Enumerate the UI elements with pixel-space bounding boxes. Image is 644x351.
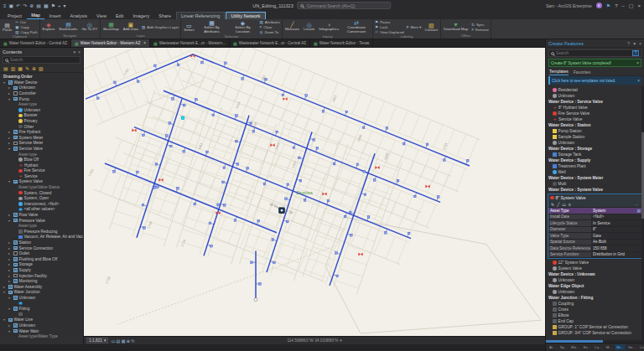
command-search[interactable]: Command Search (Alt+Q): [298, 2, 392, 9]
tree-row-water-device[interactable]: ▾✓Water Device: [2, 80, 83, 85]
list-by-drawing-order-icon[interactable]: ▤: [3, 66, 8, 71]
lock-button[interactable]: ⚑Lock: [375, 25, 404, 29]
template-storage-tank[interactable]: Storage Tank: [546, 152, 644, 157]
list-by-editing-icon[interactable]: ✎: [25, 66, 29, 71]
expander-icon[interactable]: ▾: [8, 179, 12, 183]
tree-row-service-connection[interactable]: ▸✓Service Connection: [2, 245, 83, 251]
tree-row-unknown[interactable]: ▸✓Unknown: [2, 85, 83, 91]
cut-button[interactable]: ✂Cut: [15, 20, 37, 24]
flag-icon[interactable]: ⚑: [51, 3, 55, 8]
ribbon-tab-analysis[interactable]: Analysis: [66, 13, 91, 19]
expander-icon[interactable]: ▸: [8, 268, 12, 272]
tree-row-booster[interactable]: Booster: [2, 113, 83, 119]
pin-icon[interactable]: ▼: [632, 41, 636, 46]
tree-row-symbol[interactable]: [2, 301, 83, 307]
layer-checkbox[interactable]: ✓: [13, 97, 18, 101]
expander-icon[interactable]: ▸: [3, 285, 7, 289]
layer-checkbox[interactable]: ✓: [13, 329, 18, 333]
attribute-row-data-source-reference[interactable]: Data Source Reference150 658: [548, 245, 641, 252]
view-tab-water-network-editor-central-az[interactable]: ▦Water Network Editor - Central AZ: [0, 39, 71, 47]
layer-checkbox[interactable]: ✓: [13, 219, 18, 223]
ribbon-tab-insert[interactable]: Insert: [45, 13, 65, 19]
expander-icon[interactable]: ▸: [8, 130, 12, 134]
infographics-button[interactable]: ◑Infographics: [318, 20, 340, 34]
tree-row-symbol[interactable]: [2, 312, 83, 317]
template-residential[interactable]: Residential: [546, 87, 644, 93]
dock-tab-4[interactable]: La...: [593, 344, 603, 350]
ribbon-tab-edit[interactable]: Edit: [112, 13, 127, 19]
download-map-button[interactable]: ▼Download Map: [443, 20, 469, 34]
close-tab-icon[interactable]: ×: [143, 41, 146, 45]
template-elbow[interactable]: Elbow: [546, 312, 644, 318]
dismiss-icon[interactable]: ×: [637, 79, 640, 83]
add-graphics-layer-button[interactable]: ▨Add Graphics Layer: [142, 25, 179, 29]
dismiss-icon[interactable]: ×: [636, 61, 639, 65]
contents-search-input[interactable]: [10, 58, 78, 62]
tree-row-station[interactable]: ▸✓Station: [2, 240, 83, 245]
template-8-hydrant-valve[interactable]: +8" Hydrant Valve: [546, 105, 644, 111]
help-button[interactable]: ?: [615, 3, 617, 8]
map-icon[interactable]: ▦: [44, 3, 49, 8]
dock-tab-1[interactable]: Sy...: [558, 344, 569, 350]
template-group-water-device-system-valve[interactable]: Water Device : System Valve: [546, 187, 644, 193]
list-by-selection-icon[interactable]: ▦: [18, 66, 23, 71]
add-layer-icon[interactable]: ⊕: [29, 3, 34, 8]
rectangle-tool-icon[interactable]: ▭: [562, 202, 566, 207]
explore-button[interactable]: ◈Explore: [42, 20, 56, 34]
pane-menu-icon[interactable]: ▾: [74, 49, 76, 54]
template-group-water-device-unknown[interactable]: Water Device : Unknown: [546, 271, 644, 277]
refresh-icon[interactable]: ↻: [131, 338, 134, 343]
more-tools-icon[interactable]: ≡: [569, 202, 571, 207]
layer-checkbox[interactable]: ✓: [13, 180, 18, 184]
layer-checkbox[interactable]: ✓: [13, 257, 18, 261]
new-item-icon[interactable]: +: [58, 3, 61, 8]
tab-favorites[interactable]: Favorites: [574, 70, 591, 75]
tree-row-service-meter[interactable]: ▸Service Meter: [2, 141, 83, 147]
expander-icon[interactable]: ▸: [8, 279, 12, 283]
tab-templates[interactable]: Templates: [549, 69, 569, 75]
template-cross[interactable]: Cross: [546, 307, 644, 312]
tree-row-pump[interactable]: ▾✓Pump: [2, 96, 83, 102]
more-icon[interactable]: ▾: [64, 3, 66, 8]
layer-checkbox[interactable]: ✓: [13, 268, 18, 272]
pause-button[interactable]: ⚑Pause: [375, 20, 404, 24]
map-view[interactable]: 7752144228511414143414432846145314511708…: [84, 48, 545, 336]
template-fire-service-valve[interactable]: Fire Service Valve: [546, 111, 644, 116]
ribbon-tab-map[interactable]: Map: [27, 12, 44, 19]
template-group-3-4-cop-service-w-connection[interactable]: GROUP: 3/4" COP Service w/ Connection: [546, 330, 644, 336]
tree-row-water-junction[interactable]: ▾✓Water Junction: [2, 290, 83, 296]
tree-row-flow-valve[interactable]: ▸✓Flow Valve: [2, 212, 83, 218]
tree-row-unknown[interactable]: Unknown: [2, 107, 83, 113]
tree-header[interactable]: Asset type/Valve Status: [2, 184, 83, 190]
layer-checkbox[interactable]: ✓: [13, 147, 18, 151]
template-unknown[interactable]: Unknown: [546, 140, 644, 146]
expander-icon[interactable]: ▸: [8, 85, 12, 90]
tree-row-supply[interactable]: ▸✓Supply: [2, 267, 83, 273]
tree-row-pressure-valve[interactable]: ▾✓Pressure Valve: [2, 218, 83, 224]
map-canvas[interactable]: 7752144228511414143414432846145314511708…: [84, 48, 545, 336]
expander-icon[interactable]: ▸: [8, 251, 12, 256]
dock-tab-2[interactable]: Ele...: [569, 344, 581, 350]
attributes-button[interactable]: ▤Attributes: [259, 20, 279, 24]
dock-tab-5[interactable]: M...: [605, 344, 614, 350]
expander-icon[interactable]: ▸: [8, 262, 12, 266]
tree-row-system-open[interactable]: System, Open: [2, 195, 83, 201]
close-button[interactable]: ×: [637, 3, 641, 8]
template-unknown[interactable]: Unknown: [546, 93, 644, 99]
tree-header[interactable]: Asset type/Water Type: [2, 333, 83, 339]
save-icon[interactable]: ▣: [9, 3, 14, 8]
tree-row-system-closed[interactable]: System, Closed: [2, 190, 83, 196]
ribbon-tab-imagery[interactable]: Imagery: [128, 13, 153, 19]
tree-row-pressure-reducing[interactable]: Pressure Reducing: [2, 229, 83, 235]
attribute-row-spatial-source[interactable]: Spatial SourceAs-Built: [548, 240, 641, 246]
measure-button[interactable]: ╱Measure: [284, 20, 300, 34]
expander-icon[interactable]: ▾: [3, 317, 7, 322]
coordinate-conversion-button[interactable]: ⇄Coordinate Conversion: [342, 20, 371, 34]
tree-row-fire-hydrant[interactable]: ▸✓Fire Hydrant: [2, 129, 83, 135]
horizontal-scrollbar[interactable]: [546, 340, 644, 343]
view-tab-water-network-editor-western-az[interactable]: ▦Water Network Editor - Western AZ×: [71, 39, 150, 47]
contents-search[interactable]: [3, 56, 80, 64]
tree-header[interactable]: Asset type: [2, 101, 83, 107]
list-by-snapping-icon[interactable]: ⊕: [32, 66, 36, 71]
tree-row-system-meter[interactable]: ▸✓System Meter: [2, 135, 83, 141]
